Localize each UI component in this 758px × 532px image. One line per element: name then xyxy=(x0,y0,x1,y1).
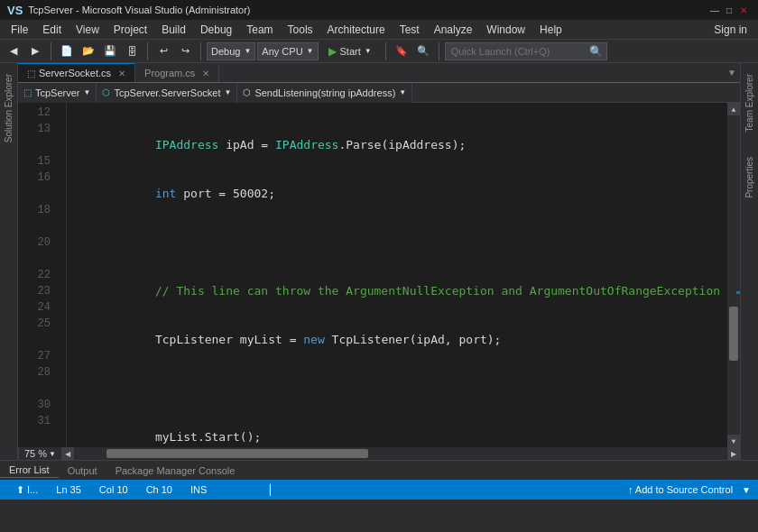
status-bar: ⬆ I... Ln 35 Col 10 Ch 10 INS ▏ ↑ Add to… xyxy=(0,480,758,500)
doc-tabs: ⬚ ServerSocket.cs ✕ Program.cs ✕ ▼ xyxy=(18,63,740,83)
quick-launch-input[interactable] xyxy=(445,42,607,60)
menu-build[interactable]: Build xyxy=(154,22,193,38)
tabs-overflow-button[interactable]: ▼ xyxy=(724,68,740,78)
tab-icon-serversocket: ⬚ xyxy=(27,69,35,78)
vertical-scrollbar[interactable]: ▲ ▼ xyxy=(727,103,740,447)
close-button[interactable]: ✕ xyxy=(736,4,751,16)
method-nav-dropdown[interactable]: ⬡ SendListening(string ipAddress) ▼ xyxy=(237,83,412,103)
menu-project[interactable]: Project xyxy=(106,22,154,38)
menu-debug[interactable]: Debug xyxy=(193,22,239,38)
zoom-arrow[interactable]: ▼ xyxy=(49,450,56,458)
minimize-button[interactable]: — xyxy=(707,4,722,16)
back-button[interactable]: ◀ xyxy=(4,42,23,60)
menu-help[interactable]: Help xyxy=(532,22,569,38)
menu-view[interactable]: View xyxy=(69,22,106,38)
menu-architecture[interactable]: Architecture xyxy=(320,22,393,38)
menu-analyze[interactable]: Analyze xyxy=(427,22,480,38)
start-button[interactable]: ▶ Start ▼ xyxy=(320,42,380,60)
code-line-12: IPAddress ipAd = IPAddress.Parse(ipAddre… xyxy=(70,137,727,153)
git-branch-indicator[interactable]: ⬆ I... xyxy=(7,484,47,496)
tab-program[interactable]: Program.cs ✕ xyxy=(135,64,219,82)
menu-edit[interactable]: Edit xyxy=(35,22,69,38)
project-nav-icon: ⬚ xyxy=(23,87,32,97)
method-nav-label: SendListening(string ipAddress) xyxy=(254,87,395,98)
forward-button[interactable]: ▶ xyxy=(25,42,45,60)
menu-window[interactable]: Window xyxy=(479,22,532,38)
source-control-button[interactable]: ↑ Add to Source Control xyxy=(619,484,742,495)
git-branch-label: I xyxy=(27,484,30,495)
maximize-button[interactable]: □ xyxy=(722,4,736,16)
save-all-button[interactable]: 🗄 xyxy=(122,42,142,60)
tab-output[interactable]: Output xyxy=(59,463,106,478)
status-ch[interactable]: Ch 10 xyxy=(137,484,181,495)
open-button[interactable]: 📂 xyxy=(79,42,98,60)
debug-config-dropdown[interactable]: Debug ▼ xyxy=(207,42,255,60)
search-icon: 🔍 xyxy=(589,45,603,58)
start-label: Start xyxy=(340,46,361,57)
toolbar-sep-1 xyxy=(51,42,51,60)
cpu-dropdown[interactable]: Any CPU ▼ xyxy=(257,42,318,60)
new-file-button[interactable]: 📄 xyxy=(57,42,77,60)
tab-error-list[interactable]: Error List xyxy=(0,463,59,478)
tab-serversocket[interactable]: ⬚ ServerSocket.cs ✕ xyxy=(18,63,135,82)
cpu-label: Any CPU xyxy=(262,46,302,57)
code-line-16: TcpListener myList = new TcpListener(ipA… xyxy=(70,332,727,348)
bookmark-button[interactable]: 🔖 xyxy=(392,42,411,60)
redo-button[interactable]: ↪ xyxy=(175,42,195,60)
h-scroll-track[interactable] xyxy=(74,447,727,460)
code-area[interactable]: 12 13 15 16 18 20 22 23 24 25 27 28 30 xyxy=(18,103,740,447)
code-line-17 xyxy=(70,381,727,397)
tab-close-program[interactable]: ✕ xyxy=(202,69,209,78)
status-col[interactable]: Col 10 xyxy=(90,484,137,495)
solution-explorer-label[interactable]: Solution Explorer xyxy=(4,74,14,142)
toolbar-sep-2 xyxy=(147,42,148,60)
toolbar-sep-5 xyxy=(439,42,439,60)
menu-tools[interactable]: Tools xyxy=(281,22,320,38)
title-text: TcpServer - Microsoft Visual Studio (Adm… xyxy=(28,5,707,15)
menu-team[interactable]: Team xyxy=(239,22,280,38)
scroll-down-button[interactable]: ▼ xyxy=(727,435,740,447)
scroll-up-button[interactable]: ▲ xyxy=(727,103,740,115)
scroll-left-button[interactable]: ◀ xyxy=(61,447,74,460)
source-control-arrow[interactable]: ▼ xyxy=(742,485,751,495)
save-button[interactable]: 💾 xyxy=(100,42,120,60)
properties-label[interactable]: Properties xyxy=(744,157,754,198)
start-arrow: ▼ xyxy=(365,47,372,55)
right-sidebars: Team Explorer Properties xyxy=(740,63,758,460)
method-nav-icon: ⬡ xyxy=(243,87,251,97)
menu-test[interactable]: Test xyxy=(393,22,427,38)
code-line-13: int port = 50002; xyxy=(70,186,727,202)
menu-bar: File Edit View Project Build Debug Team … xyxy=(0,20,758,40)
horizontal-scrollbar[interactable]: 75 % ▼ ◀ ▶ xyxy=(18,447,740,460)
tab-close-serversocket[interactable]: ✕ xyxy=(118,69,125,78)
main-area: Solution Explorer ⬚ ServerSocket.cs ✕ Pr… xyxy=(0,63,758,460)
code-line-15: // This line can throw the ArgumentNullE… xyxy=(70,283,727,299)
status-line[interactable]: Ln 35 xyxy=(47,484,90,495)
undo-button[interactable]: ↩ xyxy=(153,42,173,60)
class-nav-dropdown[interactable]: ⬡ TcpServer.ServerSocket ▼ xyxy=(97,83,237,103)
project-nav-arrow: ▼ xyxy=(84,88,91,96)
cpu-arrow: ▼ xyxy=(307,47,314,55)
tab-label-serversocket: ServerSocket.cs xyxy=(39,68,111,78)
zoom-value: 75 % xyxy=(24,448,47,459)
code-editor[interactable]: IPAddress ipAd = IPAddress.Parse(ipAddre… xyxy=(67,103,727,447)
scroll-highlight xyxy=(736,291,740,294)
status-ins[interactable]: INS xyxy=(181,484,216,495)
tab-package-manager[interactable]: Package Manager Console xyxy=(106,463,245,478)
menu-file[interactable]: File xyxy=(4,22,35,38)
h-scroll-thumb[interactable] xyxy=(106,449,368,458)
scroll-thumb[interactable] xyxy=(729,307,738,361)
toolbar: ◀ ▶ 📄 📂 💾 🗄 ↩ ↪ Debug ▼ Any CPU ▼ ▶ Star… xyxy=(0,40,758,63)
project-nav-dropdown[interactable]: ⬚ TcpServer ▼ xyxy=(18,83,97,103)
code-gutter xyxy=(54,103,67,447)
zoom-control[interactable]: 75 % ▼ xyxy=(18,448,61,459)
cursor-icon: ▏ xyxy=(270,484,277,496)
signin-button[interactable]: Sign in xyxy=(707,22,754,38)
bottom-panel: Error List Output Package Manager Consol… xyxy=(0,460,758,480)
scroll-right-button[interactable]: ▶ xyxy=(727,447,740,460)
debug-config-label: Debug xyxy=(211,46,240,57)
find-button[interactable]: 🔍 xyxy=(413,42,433,60)
team-explorer-label[interactable]: Team Explorer xyxy=(744,74,754,132)
app-icon: VS xyxy=(7,4,23,17)
toolbar-sep-4 xyxy=(385,42,386,60)
